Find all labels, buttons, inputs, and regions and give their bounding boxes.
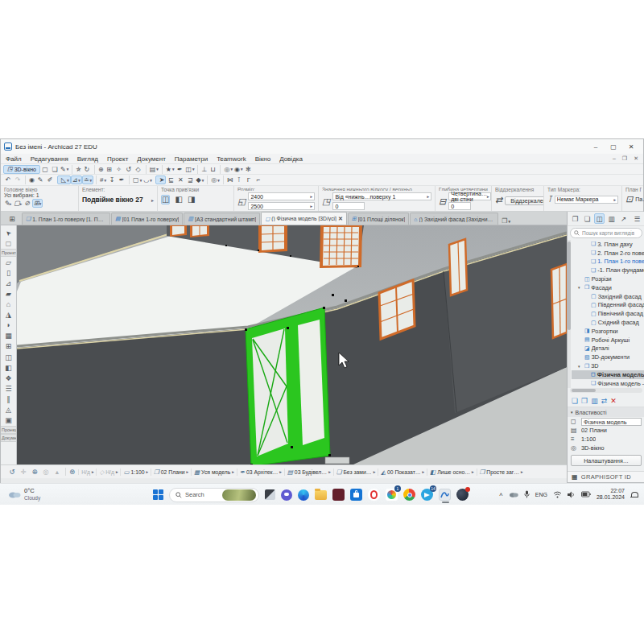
tree-scrollbar[interactable] (568, 240, 571, 388)
resize-icon[interactable]: ⌐ (254, 175, 263, 184)
door-tool[interactable]: ◫ (1, 352, 16, 362)
move-icon[interactable]: ➤ (155, 175, 167, 184)
render-icon[interactable]: ◉▾ (233, 165, 244, 174)
maximize-button[interactable]: ▢ (605, 140, 622, 153)
tree-item[interactable]: ▢ Північний фасад (572, 309, 644, 318)
view-map-search[interactable]: Пошук карти виглядів (570, 228, 642, 238)
marker-type-dropdown[interactable]: Немає Маркера▸ (555, 196, 618, 204)
doc-close-button[interactable]: ✕ (634, 155, 638, 162)
redo-icon[interactable]: ↷ (13, 175, 23, 184)
tab-master-layout[interactable]: ▥ [А3 стандартний штамп] (184, 213, 260, 225)
navigator-menu-icon[interactable]: ☰ (632, 213, 642, 224)
split-icon[interactable]: ⋈ (223, 175, 234, 184)
sill-value-field[interactable]: 0 (332, 202, 365, 210)
favorites-icon[interactable]: ★▾ (162, 165, 175, 174)
file-explorer-icon[interactable] (315, 490, 327, 500)
tree-item[interactable]: ◨ Розгортки (572, 327, 644, 336)
opera-icon[interactable] (368, 489, 380, 501)
layout-book-icon[interactable]: ▥ (606, 213, 617, 224)
stretch-icon[interactable]: ⊒ (185, 175, 195, 184)
tree-item[interactable]: ◪ Деталі (572, 345, 644, 353)
design-section-label[interactable]: Проект (1, 249, 16, 257)
publisher-icon[interactable]: ↗ (618, 213, 629, 224)
relative-coords-icon[interactable]: ✒ (117, 175, 126, 184)
media-app-icon[interactable] (332, 489, 345, 501)
chat-button[interactable] (281, 489, 292, 501)
new-folder-icon[interactable]: ▥ (591, 397, 598, 405)
suspend-groups-icon[interactable]: ◡▾ (142, 175, 153, 184)
reveal-value-field[interactable]: 0 (448, 202, 471, 210)
tray-expand-icon[interactable]: ˄ (499, 491, 503, 498)
graphisoft-id-bar[interactable]: ▦ GRAPHISOFT ID (568, 471, 644, 482)
minimize-button[interactable]: – (587, 140, 605, 153)
zoom-quick-icon[interactable]: ⊕ (30, 468, 39, 476)
telegram-icon[interactable]: 14 (421, 489, 433, 501)
tab-west-elevation[interactable]: ⌂ () Західний фасад [Західний ф… (410, 213, 498, 225)
tab-list-icon[interactable]: ❐ ▾ (502, 217, 510, 225)
tab-close-icon[interactable]: ✕ (338, 216, 343, 222)
fit-view-icon[interactable]: ⊛ (65, 468, 75, 476)
look-quick-icon[interactable]: ◎ (41, 468, 51, 476)
object-tool[interactable]: ❖ (1, 373, 16, 383)
width-field[interactable]: 2400▸ (248, 192, 315, 200)
pick-up-parameters-icon[interactable]: ◉ (25, 175, 35, 184)
view-map-icon[interactable]: ◫ (594, 213, 605, 224)
store-icon[interactable] (350, 489, 362, 501)
anchor-head-icon[interactable]: ◧ (175, 196, 182, 204)
menu-item[interactable]: Довідка (279, 155, 303, 163)
tab-zones[interactable]: ⊞ [01 Площі ділянок] (348, 213, 409, 225)
tree-item[interactable]: ▢ Східний фасад (572, 318, 644, 327)
tab-overview-icon[interactable]: ⊞ (2, 213, 22, 225)
camera-icon[interactable]: ◎▾ (220, 165, 233, 174)
window-tool[interactable]: ⊞ (1, 341, 16, 352)
edge-icon[interactable] (298, 489, 309, 501)
tree-item[interactable]: ▢ Західний фасад (572, 292, 644, 301)
section-marker-icon[interactable]: ⊥ (197, 165, 208, 174)
menu-item[interactable]: Вікно (255, 155, 270, 163)
fillet-icon[interactable]: Γ (244, 175, 254, 184)
microphone-icon[interactable] (524, 490, 530, 498)
3d-window-button[interactable]: ◳ 3D-вікно (3, 165, 40, 174)
tree-item[interactable]: ❏ 3. План даху (572, 240, 644, 249)
deselect-icon[interactable]: ⊘ (24, 200, 30, 207)
rotate-view-icon[interactable]: ↺ (124, 165, 134, 174)
delete-view-icon[interactable]: ✕ (610, 397, 617, 405)
look-to-icon[interactable]: ◇ (134, 165, 143, 174)
drag-copy-icon[interactable]: ❏ (50, 165, 60, 174)
marquee-icon[interactable]: ▢ (40, 165, 50, 174)
pen-sets-icon[interactable]: ✒ (175, 165, 184, 174)
anchor-core-icon[interactable]: ◨ (188, 196, 195, 204)
doc-restore-button[interactable]: ❐ (622, 155, 627, 162)
slab-tool[interactable]: ▰ (1, 288, 16, 299)
element-type-dropdown[interactable]: Подвійне вікно 27 ▸ (82, 196, 154, 204)
tree-item[interactable]: ▤ Робочі Аркуші (572, 336, 644, 345)
column-tool[interactable]: ▯ (1, 267, 16, 278)
skylight-tool[interactable]: ◧ (1, 362, 16, 373)
anchor-sill-icon[interactable]: ◫ (161, 195, 170, 204)
stories-value[interactable]: ❐ 02 Плани ▸ (151, 469, 191, 476)
language-indicator[interactable]: ENG (535, 492, 547, 497)
orbit-icon[interactable]: ↻ (82, 165, 92, 174)
menu-item[interactable]: Документ (137, 155, 166, 163)
tab-3d-model[interactable]: ◻ () Фізична модель [3D/усі] ✕ (261, 212, 346, 225)
taskbar-clock[interactable]: 22:07 28.01.2024 (597, 488, 625, 502)
preview-icon[interactable]: ⊞▾ (32, 199, 43, 208)
tree-horizontal-scrollbar[interactable] (570, 388, 642, 393)
structure-display-value[interactable]: ▦ Уся модель ▸ (191, 469, 237, 476)
stair-tool[interactable]: ☰ (1, 383, 16, 394)
shell-tool[interactable]: ◗ (1, 320, 16, 331)
zoom-box-icon[interactable]: ⊞ (105, 165, 114, 174)
model-view-value[interactable]: ◭ 00 Показат… ▸ (378, 469, 427, 476)
height-field[interactable]: 2500▸ (248, 202, 315, 210)
mesh-tool[interactable]: ◮ (1, 310, 16, 320)
notification-bell-icon[interactable] (630, 491, 638, 498)
layers-icon[interactable]: ▤▾ (146, 165, 159, 174)
walk-mode-icon[interactable]: ✯ (72, 165, 82, 174)
walk-quick-icon[interactable]: ▴ (52, 468, 62, 476)
groups-icon[interactable]: ▢▾ (129, 175, 142, 184)
measure-icon[interactable]: ✐ (45, 175, 55, 184)
tree-item[interactable]: ▧ 3D-документи (572, 353, 644, 361)
menu-item[interactable]: Teamwork (217, 155, 246, 163)
beam-tool[interactable]: ⊿ (1, 278, 16, 288)
settings-button[interactable]: Налаштування… (571, 455, 642, 466)
